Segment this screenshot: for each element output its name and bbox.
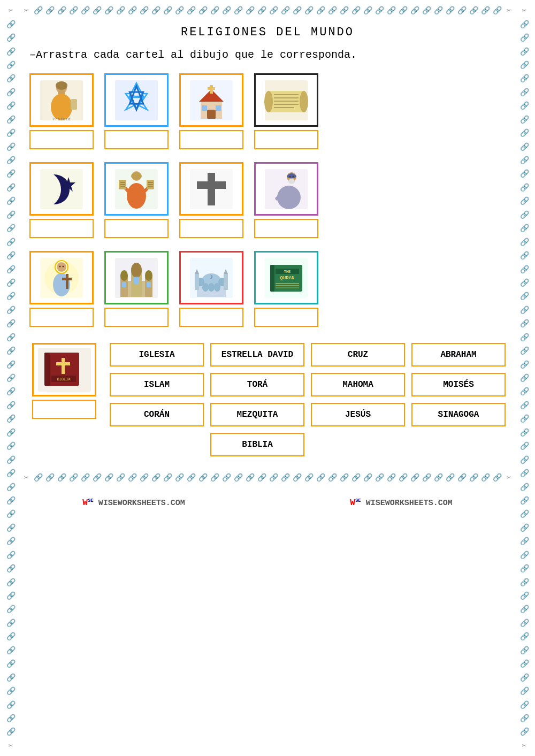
image-cell-crescent	[29, 162, 94, 238]
word-card-abraham[interactable]: ABRAHAM	[411, 343, 506, 366]
border-icon-left-border: 🔗	[5, 60, 17, 70]
border-icon-top: 🔗	[33, 4, 43, 16]
image-box-wiseman[interactable]	[254, 162, 318, 216]
border-icon-top: 🔗	[374, 4, 384, 16]
image-box-church[interactable]	[179, 73, 243, 127]
border-icon-bottom: 🔗	[269, 471, 278, 483]
right-border: ✂🔗🔗🔗🔗🔗🔗🔗🔗🔗🔗🔗🔗🔗🔗🔗🔗🔗🔗🔗🔗🔗🔗🔗🔗🔗🔗🔗🔗🔗🔗🔗🔗🔗🔗🔗🔗🔗🔗🔗…	[514, 0, 535, 756]
border-icon-left-border: 🔗	[5, 577, 17, 587]
word-card-mahoma[interactable]: MAHOMA	[311, 373, 405, 396]
border-icon-right-border: 🔗	[518, 318, 530, 329]
image-box-scroll[interactable]	[254, 73, 318, 127]
answer-box-scroll[interactable]	[254, 130, 318, 149]
word-card-biblia[interactable]: BIBLIA	[210, 433, 304, 456]
moses-illustration	[112, 166, 160, 212]
answer-box-prophet[interactable]	[29, 130, 94, 149]
border-icon-top: 🔗	[363, 4, 372, 16]
answer-box-quran[interactable]	[254, 308, 318, 327]
image-box-quran[interactable]: THE QURAN	[254, 251, 318, 304]
footer: WSE WISEWORKSHEETS.COM WSE WISEWORKSHEET…	[0, 498, 535, 512]
svg-rect-95	[276, 283, 299, 284]
border-icon-right-border: 🔗	[518, 618, 530, 628]
border-icon-bottom: 🔗	[374, 471, 384, 483]
border-icon-right-border: 🔗	[518, 114, 530, 125]
svg-point-72	[145, 270, 152, 281]
border-icon-right-border: 🔗	[518, 101, 530, 111]
answer-box-mosque[interactable]	[179, 308, 243, 327]
border-icon-right-border: 🔗	[518, 495, 530, 506]
border-icon-top: 🔗	[386, 4, 396, 16]
border-icon-left-border: 🔗	[5, 182, 17, 193]
border-icon-right-border: 🔗	[518, 373, 530, 383]
border-icon-right-border: 🔗	[518, 155, 530, 165]
svg-text:Profeta: Profeta	[52, 117, 71, 121]
svg-point-54	[289, 175, 291, 177]
border-icon-left-border: 🔗	[5, 713, 17, 723]
image-cell-prophet: Profeta	[29, 73, 94, 149]
word-card-jesus[interactable]: JESÚS	[311, 403, 405, 426]
answer-box-wiseman[interactable]	[254, 219, 318, 238]
svg-rect-97	[276, 287, 299, 288]
border-icon-left-border: 🔗	[5, 210, 17, 220]
image-box-bible[interactable]: BIBLIA	[32, 343, 96, 396]
border-icon-left-border: 🔗	[5, 645, 17, 655]
border-icon-top: 🔗	[327, 4, 337, 16]
border-icon-left-border: 🔗	[5, 73, 17, 83]
word-card-iglesia[interactable]: IGLESIA	[110, 343, 204, 366]
answer-box-cross[interactable]	[179, 219, 243, 238]
svg-rect-91	[270, 265, 274, 292]
border-icon-right-border: 🔗	[518, 210, 530, 220]
svg-rect-75	[147, 282, 151, 287]
answer-box-bible[interactable]	[32, 400, 96, 419]
border-icon-right-border: 🔗	[518, 686, 530, 696]
word-card-moises[interactable]: MOISÉS	[411, 373, 506, 396]
border-icon-bottom: 🔗	[186, 471, 196, 483]
image-row-1: Profeta	[29, 73, 506, 149]
border-icon-top: 🔗	[186, 4, 196, 16]
image-box-jesus[interactable]	[29, 251, 94, 304]
image-box-cross[interactable]	[179, 162, 243, 216]
svg-rect-74	[122, 282, 126, 287]
border-icon-right-border: 🔗	[518, 182, 530, 193]
word-card-sinagoga[interactable]: SINAGOGA	[411, 403, 506, 426]
border-icon-left-border: 🔗	[5, 523, 17, 533]
border-icon-left-border: 🔗	[5, 454, 17, 464]
border-icon-top: 🔗	[80, 4, 90, 16]
border-icon-top: 🔗	[480, 4, 490, 16]
image-cell-mosque: ☽	[179, 251, 243, 327]
image-box-prophet[interactable]: Profeta	[29, 73, 94, 127]
border-icon-left-border: 🔗	[5, 87, 17, 97]
border-icon-top: 🔗	[233, 4, 243, 16]
footer-text-left: WISEWORKSHEETS.COM	[98, 499, 185, 508]
image-box-moses[interactable]	[104, 162, 169, 216]
border-icon-bottom: 🔗	[221, 471, 231, 483]
border-icon-left-border: 🔗	[5, 591, 17, 601]
border-icon-bottom: 🔗	[398, 471, 408, 483]
answer-box-moses[interactable]	[104, 219, 169, 238]
answer-box-star[interactable]	[104, 130, 169, 149]
image-box-star[interactable]	[104, 73, 169, 127]
word-card-islam[interactable]: ISLAM	[110, 373, 204, 396]
border-icon-top: 🔗	[57, 4, 66, 16]
image-box-cathedral[interactable]	[104, 251, 169, 304]
answer-box-church[interactable]	[179, 130, 243, 149]
image-cell-cathedral	[104, 251, 169, 327]
border-icon-left-border: 🔗	[5, 536, 17, 546]
border-icon-left-border: 🔗	[5, 359, 17, 369]
border-icon-left-border: ✂	[5, 5, 17, 16]
word-card-cruz[interactable]: CRUZ	[311, 343, 405, 366]
word-card-estrella-david[interactable]: ESTRELLA DAVID	[210, 343, 304, 366]
image-box-mosque[interactable]: ☽	[179, 251, 243, 304]
word-card-tora[interactable]: TORÁ	[210, 373, 304, 396]
word-card-mezquita[interactable]: MEZQUITA	[210, 403, 304, 426]
border-icon-right-border: 🔗	[518, 46, 530, 56]
image-box-crescent[interactable]	[29, 162, 94, 216]
main-content: RELIGIONES DEL MUNDO –Arrastra cada cart…	[24, 26, 511, 456]
word-card-coran[interactable]: CORÁN	[110, 403, 204, 426]
svg-rect-17	[208, 87, 215, 90]
answer-box-crescent[interactable]	[29, 219, 94, 238]
answer-box-cathedral[interactable]	[104, 308, 169, 327]
mosque-illustration: ☽	[187, 255, 235, 301]
image-row-2	[29, 162, 506, 238]
answer-box-jesus[interactable]	[29, 308, 94, 327]
